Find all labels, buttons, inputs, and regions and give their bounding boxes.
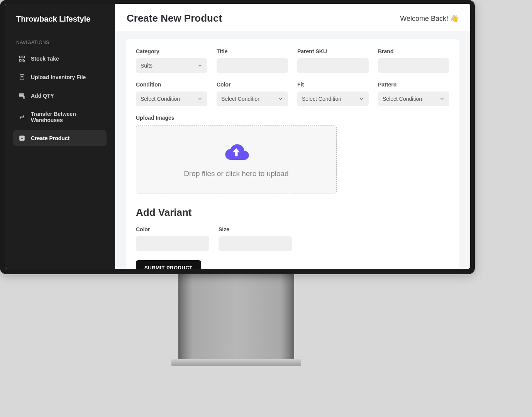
variant-color-label: Color	[136, 226, 209, 232]
submit-product-button[interactable]: SUBMIT PRODUCT	[136, 260, 201, 269]
welcome-text: Welcome Back! 👋	[400, 14, 459, 23]
field-color: Color Select Condition	[217, 81, 288, 106]
field-category: Category Suits	[136, 48, 207, 73]
svg-rect-0	[19, 56, 21, 58]
sidebar-item-add-qty[interactable]: Add QTY	[13, 88, 107, 104]
monitor-frame: Throwback Lifestyle NAVIGATIONS Stock Ta…	[0, 0, 475, 274]
chevron-down-icon	[439, 96, 445, 102]
color-select[interactable]: Select Condition	[217, 92, 288, 106]
cloud-upload-icon	[221, 141, 251, 164]
variant-size-input[interactable]	[219, 236, 292, 251]
fit-select[interactable]: Select Condition	[297, 92, 369, 106]
title-input[interactable]	[217, 58, 288, 73]
pattern-select[interactable]: Select Condition	[378, 92, 449, 106]
category-label: Category	[136, 48, 207, 54]
pattern-placeholder: Select Condition	[383, 96, 422, 102]
svg-rect-2	[19, 59, 21, 61]
field-brand: Brand	[378, 48, 449, 73]
variant-size-label: Size	[219, 226, 292, 232]
plus-square-icon	[19, 135, 25, 142]
field-variant-color: Color	[136, 226, 209, 251]
field-variant-size: Size	[219, 226, 292, 251]
fit-label: Fit	[297, 81, 369, 88]
parent-sku-input[interactable]	[297, 58, 369, 73]
upload-dropzone[interactable]: Drop files or click here to upload	[136, 125, 337, 193]
field-fit: Fit Select Condition	[297, 81, 369, 106]
upload-images-label: Upload Images	[136, 115, 449, 121]
upload-file-icon	[19, 74, 25, 81]
form-card: Category Suits Title	[126, 39, 459, 269]
sidebar-item-transfer-warehouses[interactable]: Transfer Between Warehouses	[13, 106, 107, 128]
sidebar-item-stock-take[interactable]: Stock Take	[13, 51, 107, 67]
monitor-stand-base	[171, 359, 301, 366]
chevron-down-icon	[359, 96, 364, 102]
page-title: Create New Product	[127, 12, 222, 24]
condition-placeholder: Select Condition	[141, 96, 180, 102]
sidebar-item-create-product[interactable]: Create Product	[13, 130, 107, 146]
form-row-2: Condition Select Condition Color Select …	[136, 81, 449, 106]
form-row-1: Category Suits Title	[136, 48, 449, 73]
variant-row: Color Size	[136, 226, 449, 251]
fit-placeholder: Select Condition	[302, 96, 341, 102]
sidebar: Throwback Lifestyle NAVIGATIONS Stock Ta…	[5, 4, 115, 269]
topbar: Create New Product Welcome Back! 👋	[115, 4, 470, 31]
condition-select[interactable]: Select Condition	[136, 92, 207, 106]
chevron-down-icon	[278, 96, 283, 102]
field-title: Title	[217, 48, 288, 73]
brand-input[interactable]	[378, 58, 449, 73]
chevron-down-icon	[197, 96, 203, 102]
add-variant-title: Add Variant	[136, 207, 449, 219]
color-placeholder: Select Condition	[221, 96, 261, 102]
field-condition: Condition Select Condition	[136, 81, 207, 106]
svg-rect-5	[19, 95, 24, 96]
sidebar-item-label: Transfer Between Warehouses	[31, 111, 101, 123]
sidebar-item-upload-inventory[interactable]: Upload Inventory File	[13, 69, 107, 85]
app-screen: Throwback Lifestyle NAVIGATIONS Stock Ta…	[5, 4, 470, 269]
add-qty-icon	[19, 92, 25, 99]
content: Category Suits Title	[115, 31, 470, 269]
dropzone-hint: Drop files or click here to upload	[184, 170, 288, 178]
title-label: Title	[217, 48, 288, 54]
svg-rect-4	[19, 94, 24, 95]
sidebar-item-label: Create Product	[31, 135, 69, 141]
field-pattern: Pattern Select Condition	[378, 81, 449, 106]
category-value: Suits	[141, 63, 152, 69]
main-area: Create New Product Welcome Back! 👋 Categ…	[115, 4, 470, 269]
brand-title: Throwback Lifestyle	[16, 15, 107, 24]
variant-color-input[interactable]	[136, 236, 209, 251]
transfer-icon	[19, 114, 25, 120]
svg-rect-1	[23, 56, 25, 58]
pattern-label: Pattern	[378, 81, 449, 88]
color-label: Color	[217, 81, 288, 88]
chevron-down-icon	[197, 63, 203, 68]
sidebar-item-label: Add QTY	[31, 93, 54, 99]
brand-label: Brand	[378, 48, 449, 54]
sidebar-item-label: Stock Take	[31, 56, 59, 62]
parent-sku-label: Parent SKU	[297, 48, 369, 54]
category-select[interactable]: Suits	[136, 58, 207, 73]
condition-label: Condition	[136, 81, 207, 88]
field-parent-sku: Parent SKU	[297, 48, 369, 73]
qr-icon	[19, 55, 25, 62]
monitor-stand-neck	[178, 270, 294, 361]
sidebar-item-label: Upload Inventory File	[31, 74, 86, 80]
nav-section-label: NAVIGATIONS	[16, 40, 107, 45]
